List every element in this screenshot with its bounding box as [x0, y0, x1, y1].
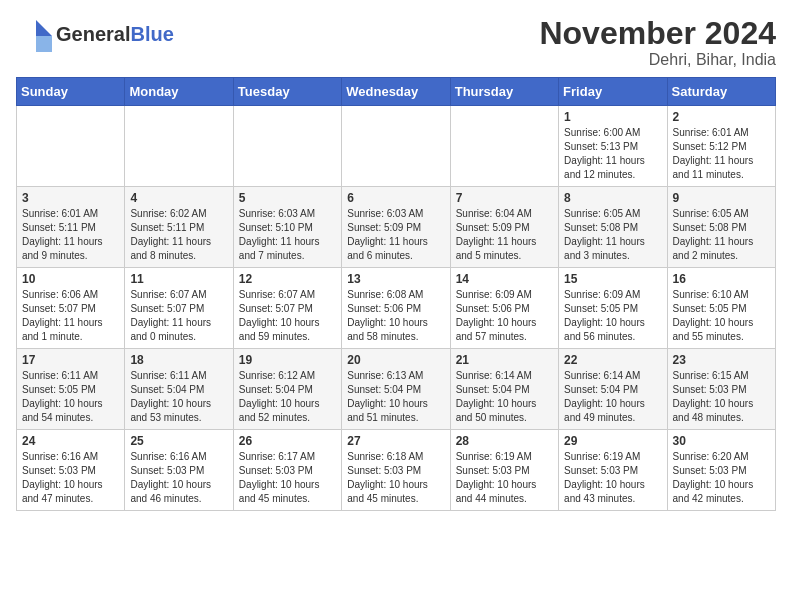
page-header: GeneralBlue November 2024 Dehri, Bihar, … — [16, 16, 776, 69]
day-number: 16 — [673, 272, 770, 286]
day-info: Sunrise: 6:04 AM Sunset: 5:09 PM Dayligh… — [456, 207, 553, 263]
calendar-header-row: SundayMondayTuesdayWednesdayThursdayFrid… — [17, 78, 776, 106]
day-number: 15 — [564, 272, 661, 286]
calendar-cell: 13Sunrise: 6:08 AM Sunset: 5:06 PM Dayli… — [342, 268, 450, 349]
weekday-header: Friday — [559, 78, 667, 106]
calendar-cell: 12Sunrise: 6:07 AM Sunset: 5:07 PM Dayli… — [233, 268, 341, 349]
calendar-week-row: 3Sunrise: 6:01 AM Sunset: 5:11 PM Daylig… — [17, 187, 776, 268]
day-info: Sunrise: 6:00 AM Sunset: 5:13 PM Dayligh… — [564, 126, 661, 182]
day-info: Sunrise: 6:19 AM Sunset: 5:03 PM Dayligh… — [456, 450, 553, 506]
calendar-cell: 14Sunrise: 6:09 AM Sunset: 5:06 PM Dayli… — [450, 268, 558, 349]
day-number: 25 — [130, 434, 227, 448]
calendar-cell — [17, 106, 125, 187]
calendar-cell: 5Sunrise: 6:03 AM Sunset: 5:10 PM Daylig… — [233, 187, 341, 268]
calendar-cell: 11Sunrise: 6:07 AM Sunset: 5:07 PM Dayli… — [125, 268, 233, 349]
calendar-cell: 24Sunrise: 6:16 AM Sunset: 5:03 PM Dayli… — [17, 430, 125, 511]
day-info: Sunrise: 6:05 AM Sunset: 5:08 PM Dayligh… — [673, 207, 770, 263]
weekday-header: Thursday — [450, 78, 558, 106]
calendar-week-row: 1Sunrise: 6:00 AM Sunset: 5:13 PM Daylig… — [17, 106, 776, 187]
calendar-cell — [233, 106, 341, 187]
calendar-cell: 30Sunrise: 6:20 AM Sunset: 5:03 PM Dayli… — [667, 430, 775, 511]
calendar-table: SundayMondayTuesdayWednesdayThursdayFrid… — [16, 77, 776, 511]
calendar-cell: 25Sunrise: 6:16 AM Sunset: 5:03 PM Dayli… — [125, 430, 233, 511]
weekday-header: Tuesday — [233, 78, 341, 106]
day-number: 18 — [130, 353, 227, 367]
weekday-header: Wednesday — [342, 78, 450, 106]
calendar-cell: 21Sunrise: 6:14 AM Sunset: 5:04 PM Dayli… — [450, 349, 558, 430]
day-info: Sunrise: 6:16 AM Sunset: 5:03 PM Dayligh… — [22, 450, 119, 506]
day-number: 26 — [239, 434, 336, 448]
month-year-title: November 2024 — [539, 16, 776, 51]
day-number: 11 — [130, 272, 227, 286]
day-info: Sunrise: 6:13 AM Sunset: 5:04 PM Dayligh… — [347, 369, 444, 425]
day-info: Sunrise: 6:15 AM Sunset: 5:03 PM Dayligh… — [673, 369, 770, 425]
day-info: Sunrise: 6:10 AM Sunset: 5:05 PM Dayligh… — [673, 288, 770, 344]
weekday-header: Saturday — [667, 78, 775, 106]
day-info: Sunrise: 6:14 AM Sunset: 5:04 PM Dayligh… — [564, 369, 661, 425]
day-number: 14 — [456, 272, 553, 286]
day-info: Sunrise: 6:17 AM Sunset: 5:03 PM Dayligh… — [239, 450, 336, 506]
day-number: 17 — [22, 353, 119, 367]
day-info: Sunrise: 6:19 AM Sunset: 5:03 PM Dayligh… — [564, 450, 661, 506]
location-subtitle: Dehri, Bihar, India — [539, 51, 776, 69]
day-number: 3 — [22, 191, 119, 205]
day-number: 4 — [130, 191, 227, 205]
day-info: Sunrise: 6:03 AM Sunset: 5:09 PM Dayligh… — [347, 207, 444, 263]
day-number: 2 — [673, 110, 770, 124]
calendar-cell: 19Sunrise: 6:12 AM Sunset: 5:04 PM Dayli… — [233, 349, 341, 430]
day-number: 22 — [564, 353, 661, 367]
day-info: Sunrise: 6:06 AM Sunset: 5:07 PM Dayligh… — [22, 288, 119, 344]
day-info: Sunrise: 6:09 AM Sunset: 5:05 PM Dayligh… — [564, 288, 661, 344]
svg-marker-2 — [36, 36, 52, 52]
logo-text: GeneralBlue — [56, 23, 174, 45]
day-info: Sunrise: 6:14 AM Sunset: 5:04 PM Dayligh… — [456, 369, 553, 425]
calendar-cell: 6Sunrise: 6:03 AM Sunset: 5:09 PM Daylig… — [342, 187, 450, 268]
day-info: Sunrise: 6:16 AM Sunset: 5:03 PM Dayligh… — [130, 450, 227, 506]
title-block: November 2024 Dehri, Bihar, India — [539, 16, 776, 69]
day-number: 19 — [239, 353, 336, 367]
calendar-cell: 3Sunrise: 6:01 AM Sunset: 5:11 PM Daylig… — [17, 187, 125, 268]
day-number: 24 — [22, 434, 119, 448]
calendar-cell: 28Sunrise: 6:19 AM Sunset: 5:03 PM Dayli… — [450, 430, 558, 511]
calendar-week-row: 10Sunrise: 6:06 AM Sunset: 5:07 PM Dayli… — [17, 268, 776, 349]
logo-general: General — [56, 23, 130, 45]
calendar-week-row: 17Sunrise: 6:11 AM Sunset: 5:05 PM Dayli… — [17, 349, 776, 430]
day-number: 12 — [239, 272, 336, 286]
calendar-cell: 27Sunrise: 6:18 AM Sunset: 5:03 PM Dayli… — [342, 430, 450, 511]
calendar-cell: 4Sunrise: 6:02 AM Sunset: 5:11 PM Daylig… — [125, 187, 233, 268]
day-info: Sunrise: 6:03 AM Sunset: 5:10 PM Dayligh… — [239, 207, 336, 263]
calendar-cell: 20Sunrise: 6:13 AM Sunset: 5:04 PM Dayli… — [342, 349, 450, 430]
weekday-header: Sunday — [17, 78, 125, 106]
day-number: 6 — [347, 191, 444, 205]
day-number: 8 — [564, 191, 661, 205]
day-number: 29 — [564, 434, 661, 448]
day-info: Sunrise: 6:07 AM Sunset: 5:07 PM Dayligh… — [130, 288, 227, 344]
calendar-cell: 9Sunrise: 6:05 AM Sunset: 5:08 PM Daylig… — [667, 187, 775, 268]
day-info: Sunrise: 6:20 AM Sunset: 5:03 PM Dayligh… — [673, 450, 770, 506]
calendar-cell: 23Sunrise: 6:15 AM Sunset: 5:03 PM Dayli… — [667, 349, 775, 430]
calendar-cell — [342, 106, 450, 187]
day-info: Sunrise: 6:18 AM Sunset: 5:03 PM Dayligh… — [347, 450, 444, 506]
calendar-cell: 29Sunrise: 6:19 AM Sunset: 5:03 PM Dayli… — [559, 430, 667, 511]
day-number: 9 — [673, 191, 770, 205]
day-number: 7 — [456, 191, 553, 205]
day-number: 27 — [347, 434, 444, 448]
logo-icon — [16, 16, 52, 52]
calendar-cell: 1Sunrise: 6:00 AM Sunset: 5:13 PM Daylig… — [559, 106, 667, 187]
day-info: Sunrise: 6:11 AM Sunset: 5:04 PM Dayligh… — [130, 369, 227, 425]
day-info: Sunrise: 6:01 AM Sunset: 5:12 PM Dayligh… — [673, 126, 770, 182]
weekday-header: Monday — [125, 78, 233, 106]
day-number: 1 — [564, 110, 661, 124]
day-info: Sunrise: 6:01 AM Sunset: 5:11 PM Dayligh… — [22, 207, 119, 263]
calendar-cell: 8Sunrise: 6:05 AM Sunset: 5:08 PM Daylig… — [559, 187, 667, 268]
day-number: 28 — [456, 434, 553, 448]
day-number: 13 — [347, 272, 444, 286]
calendar-cell: 7Sunrise: 6:04 AM Sunset: 5:09 PM Daylig… — [450, 187, 558, 268]
calendar-cell: 22Sunrise: 6:14 AM Sunset: 5:04 PM Dayli… — [559, 349, 667, 430]
day-number: 5 — [239, 191, 336, 205]
day-info: Sunrise: 6:11 AM Sunset: 5:05 PM Dayligh… — [22, 369, 119, 425]
logo-blue: Blue — [130, 23, 173, 45]
calendar-cell: 16Sunrise: 6:10 AM Sunset: 5:05 PM Dayli… — [667, 268, 775, 349]
day-number: 23 — [673, 353, 770, 367]
day-info: Sunrise: 6:12 AM Sunset: 5:04 PM Dayligh… — [239, 369, 336, 425]
